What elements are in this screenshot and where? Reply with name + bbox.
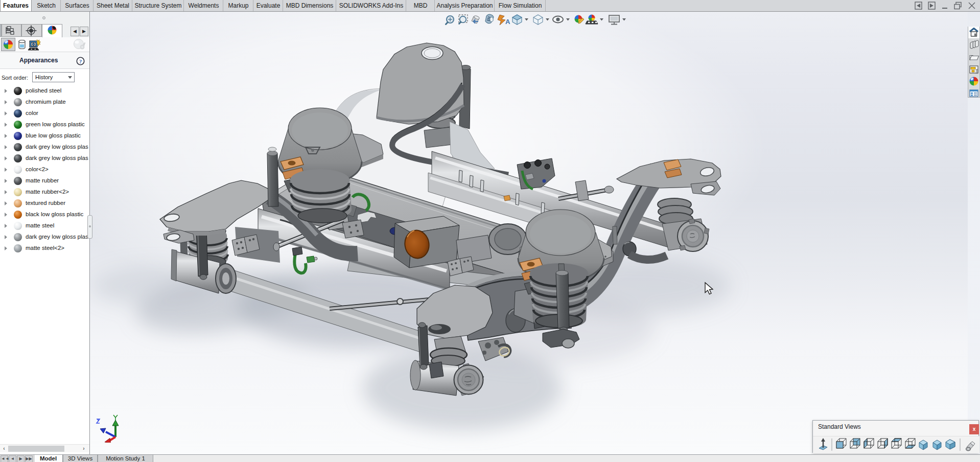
svg-text:?: ? — [79, 58, 82, 64]
svg-text:A: A — [505, 18, 510, 26]
